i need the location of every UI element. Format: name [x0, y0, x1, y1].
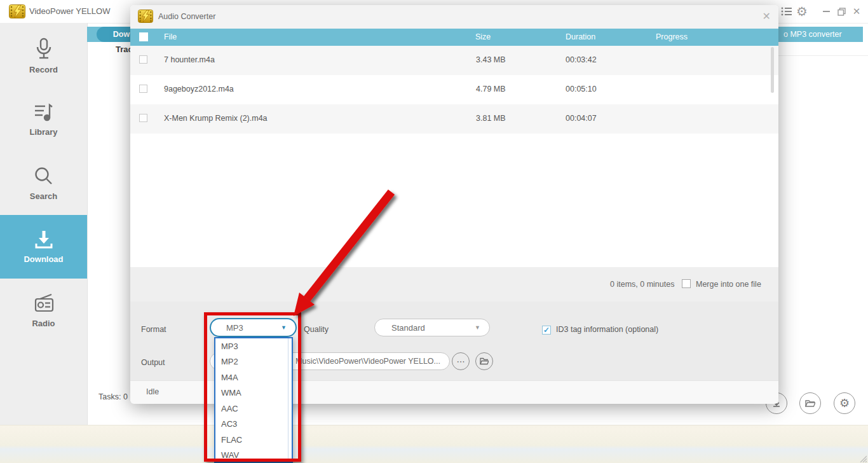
id3-checkbox[interactable]: ✓	[542, 326, 551, 335]
sidebar: Record Library Search Download	[0, 23, 88, 425]
resize-grip[interactable]	[859, 455, 867, 462]
table-row[interactable]: 7 hounter.m4a 3.43 MB 00:03:42	[130, 46, 778, 75]
quality-label: Quality	[304, 325, 329, 334]
dialog-titlebar: Audio Converter ✕	[130, 5, 778, 29]
dialog-title: Audio Converter	[158, 12, 215, 21]
output-label: Output	[141, 358, 165, 367]
minimize-button[interactable]	[820, 5, 832, 18]
row-checkbox[interactable]	[139, 114, 147, 122]
table-header: File Size Duration Progress	[130, 29, 778, 46]
music-library-icon	[32, 102, 55, 123]
list-scrollbar[interactable]	[771, 47, 774, 93]
dialog-close-icon[interactable]: ✕	[763, 11, 771, 22]
sidebar-label: Library	[29, 127, 57, 137]
row-checkbox[interactable]	[139, 85, 147, 93]
sidebar-label: Radio	[32, 319, 55, 328]
quality-select[interactable]: Standard ▼	[374, 319, 490, 336]
close-window-button[interactable]: ✕	[850, 5, 863, 18]
browse-ellipsis-button[interactable]: ⋯	[452, 352, 470, 370]
column-progress: Progress	[656, 32, 688, 41]
player-bar: Enjoy music, enjoy life.	[0, 425, 868, 463]
table-row[interactable]: X-Men Krump Remix (2).m4a 3.81 MB 00:04:…	[130, 104, 778, 134]
dialog-toolbar: + Add Remove Clear ⇧ Move Up ⇩ Move D	[130, 267, 778, 301]
settings-gear-icon[interactable]: ⚙	[796, 5, 808, 18]
id3-label: ID3 tag information (optional)	[556, 325, 658, 334]
sidebar-item-record[interactable]: Record	[0, 24, 87, 88]
search-icon	[33, 165, 55, 187]
restore-button[interactable]	[835, 5, 848, 18]
download-icon	[33, 230, 55, 250]
annotation-highlight-rectangle	[204, 312, 301, 462]
task-list-icon[interactable]	[780, 5, 793, 18]
merge-checkbox[interactable]	[682, 279, 691, 288]
table-row[interactable]: 9ageboyz2012.m4a 4.79 MB 00:05:10	[130, 75, 778, 104]
open-folder-button[interactable]	[799, 392, 821, 414]
merge-label: Merge into one file	[696, 280, 761, 289]
row-checkbox[interactable]	[139, 55, 147, 64]
sidebar-label: Record	[29, 65, 58, 74]
column-file: File	[164, 32, 177, 41]
sidebar-item-download[interactable]: Download	[0, 215, 87, 279]
tasks-count-label: Tasks: 0	[98, 392, 128, 401]
sidebar-item-library[interactable]: Library	[0, 88, 87, 151]
status-text: Idle	[146, 387, 159, 396]
nav-bar-right-fragment[interactable]: o MP3 converter	[778, 27, 863, 42]
items-summary: 0 items, 0 minutes	[610, 280, 674, 289]
column-duration: Duration	[566, 32, 595, 41]
app-logo-icon	[9, 4, 25, 18]
sidebar-item-radio[interactable]: Radio	[0, 279, 87, 342]
column-size: Size	[475, 32, 491, 41]
app-title: VideoPower YELLOW	[29, 6, 110, 16]
divider	[778, 55, 868, 56]
settings-button[interactable]: ⚙	[834, 392, 855, 414]
radio-icon	[32, 293, 55, 314]
chevron-down-icon: ▼	[475, 324, 480, 331]
microphone-icon	[34, 38, 54, 60]
tab-mp3-converter-fragment: o MP3 converter	[783, 30, 842, 39]
dialog-logo-icon	[138, 10, 153, 23]
select-all-checkbox[interactable]	[139, 32, 148, 41]
open-output-folder-button[interactable]	[475, 352, 493, 370]
sidebar-item-search[interactable]: Search	[0, 151, 87, 215]
sidebar-label: Search	[30, 191, 57, 201]
sidebar-label: Download	[24, 254, 63, 264]
format-label: Format	[141, 325, 166, 334]
app-root: VideoPower YELLOW ⚙ ✕ Record	[0, 0, 868, 463]
